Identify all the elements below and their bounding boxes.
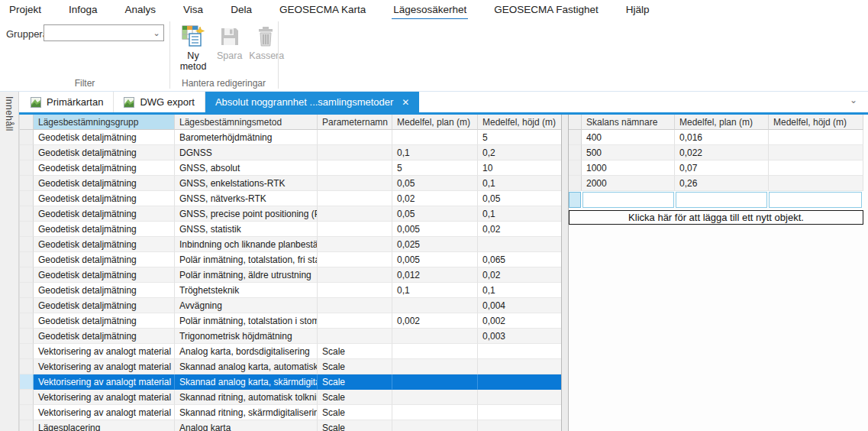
table-cell[interactable]: Geodetisk detaljmätning bbox=[34, 176, 175, 191]
column-header[interactable]: Lägesbestämningsgrupp bbox=[34, 115, 175, 130]
table-cell[interactable]: Geodetisk detaljmätning bbox=[34, 329, 175, 344]
table-cell[interactable]: Vektorisering av analogt material bbox=[34, 359, 175, 374]
row-selector[interactable] bbox=[20, 329, 34, 344]
table-cell[interactable] bbox=[769, 130, 863, 145]
row-selector[interactable] bbox=[20, 344, 34, 359]
table-row[interactable]: Geodetisk detaljmätningTrigonometrisk hö… bbox=[20, 329, 561, 344]
table-cell[interactable] bbox=[318, 191, 392, 206]
table-cell[interactable]: 0,05 bbox=[392, 206, 478, 222]
table-cell[interactable] bbox=[392, 329, 478, 344]
column-header[interactable]: Lägesbestämningsmetod bbox=[175, 115, 318, 130]
table-cell[interactable]: 0,05 bbox=[392, 176, 478, 191]
table-cell[interactable] bbox=[392, 405, 478, 420]
table-cell[interactable]: Skannad analog karta, skärmdigital bbox=[175, 374, 318, 390]
table-cell[interactable]: 0,003 bbox=[478, 329, 561, 344]
table-cell[interactable] bbox=[318, 313, 392, 329]
table-cell[interactable]: 0,1 bbox=[392, 283, 478, 298]
table-cell[interactable]: 0,002 bbox=[392, 313, 478, 329]
table-cell[interactable] bbox=[318, 160, 392, 176]
table-cell[interactable]: 1000 bbox=[582, 160, 675, 176]
chevron-down-icon[interactable]: ⌄ bbox=[150, 25, 163, 41]
table-row[interactable]: LägesplaceringAnalog kartaScale bbox=[20, 420, 561, 431]
table-cell[interactable] bbox=[318, 329, 392, 344]
table-cell[interactable] bbox=[478, 344, 561, 359]
table-row[interactable]: Geodetisk detaljmätningAvvägning0,004 bbox=[20, 298, 561, 313]
table-cell[interactable]: Geodetisk detaljmätning bbox=[34, 283, 175, 298]
table-cell[interactable]: 0,005 bbox=[392, 222, 478, 237]
row-selector[interactable] bbox=[20, 420, 34, 431]
row-selector[interactable] bbox=[20, 252, 34, 267]
table-cell[interactable]: 0,005 bbox=[392, 252, 478, 267]
table-row[interactable]: 20000,26 bbox=[569, 176, 863, 191]
table-row[interactable]: Geodetisk detaljmätningTröghetsteknik0,1… bbox=[20, 283, 561, 298]
row-selector-header[interactable] bbox=[20, 115, 34, 130]
menu-tab-l-gesos-kerhet[interactable]: Lägesosäkerhet bbox=[392, 3, 468, 21]
table-cell[interactable] bbox=[478, 359, 561, 374]
table-cell[interactable]: Geodetisk detaljmätning bbox=[34, 252, 175, 267]
ny-metod-button[interactable]: Ny metod bbox=[174, 21, 212, 74]
menu-tab-projekt[interactable]: Projekt bbox=[8, 3, 43, 18]
row-selector[interactable] bbox=[20, 237, 34, 252]
contents-pane-tab[interactable]: Innehåll bbox=[4, 96, 15, 131]
table-cell[interactable]: 0,016 bbox=[675, 130, 769, 145]
table-cell[interactable]: 400 bbox=[582, 130, 675, 145]
table-cell[interactable]: Vektorisering av analogt material bbox=[34, 344, 175, 359]
table-cell[interactable]: Inbindning och liknande planbestä bbox=[175, 237, 318, 252]
column-header[interactable]: Medelfel, höjd (m) bbox=[769, 115, 863, 130]
table-row[interactable]: Vektorisering av analogt materialSkannad… bbox=[20, 405, 561, 420]
menu-tab-dela[interactable]: Dela bbox=[229, 3, 253, 18]
table-cell[interactable] bbox=[478, 420, 561, 431]
table-cell[interactable]: 0,002 bbox=[478, 313, 561, 329]
table-cell[interactable] bbox=[392, 374, 478, 390]
table-cell[interactable]: Tröghetsteknik bbox=[175, 283, 318, 298]
row-selector[interactable] bbox=[20, 222, 34, 237]
table-row[interactable]: Geodetisk detaljmätningPolär inmätning, … bbox=[20, 267, 561, 283]
menu-tab-infoga[interactable]: Infoga bbox=[67, 3, 99, 18]
table-cell[interactable]: Scale bbox=[318, 405, 392, 420]
table-cell[interactable] bbox=[318, 237, 392, 252]
table-cell[interactable]: 0,02 bbox=[478, 267, 561, 283]
table-cell[interactable]: Scale bbox=[318, 359, 392, 374]
table-cell[interactable] bbox=[318, 298, 392, 313]
table-row[interactable]: Geodetisk detaljmätningPolär inmätning, … bbox=[20, 313, 561, 329]
table-row[interactable]: 5000,022 bbox=[569, 145, 863, 160]
new-row-cell[interactable] bbox=[676, 192, 768, 208]
table-row[interactable]: Geodetisk detaljmätningBarometerhöjdmätn… bbox=[20, 130, 561, 145]
row-selector[interactable] bbox=[20, 191, 34, 206]
table-cell[interactable] bbox=[769, 145, 863, 160]
table-cell[interactable]: Geodetisk detaljmätning bbox=[34, 237, 175, 252]
table-cell[interactable]: Vektorisering av analogt material bbox=[34, 374, 175, 390]
table-cell[interactable]: 0,065 bbox=[478, 252, 561, 267]
row-selector[interactable] bbox=[20, 359, 34, 374]
table-row[interactable]: 10000,07 bbox=[569, 160, 863, 176]
table-cell[interactable] bbox=[318, 176, 392, 191]
row-selector-header[interactable] bbox=[569, 115, 582, 130]
table-row[interactable]: Geodetisk detaljmätningGNSS, precise poi… bbox=[20, 206, 561, 222]
menu-tab-visa[interactable]: Visa bbox=[182, 3, 205, 18]
row-selector[interactable] bbox=[569, 130, 582, 145]
table-row[interactable]: Vektorisering av analogt materialAnalog … bbox=[20, 344, 561, 359]
row-selector[interactable] bbox=[20, 390, 34, 405]
new-row-cell[interactable] bbox=[769, 192, 862, 208]
table-cell[interactable] bbox=[392, 420, 478, 431]
row-selector[interactable] bbox=[20, 206, 34, 222]
add-new-object-button[interactable]: Klicka här för att lägga till ett nytt o… bbox=[569, 210, 863, 225]
table-cell[interactable]: Skannad analog karta, automatisk t bbox=[175, 359, 318, 374]
table-row[interactable]: Geodetisk detaljmätningPolär inmätning, … bbox=[20, 252, 561, 267]
table-cell[interactable]: 0,004 bbox=[478, 298, 561, 313]
table-cell[interactable] bbox=[318, 206, 392, 222]
panel-splitter[interactable] bbox=[561, 115, 569, 431]
spara-button[interactable]: Spara bbox=[215, 21, 244, 63]
table-cell[interactable] bbox=[392, 359, 478, 374]
table-cell[interactable]: Vektorisering av analogt material bbox=[34, 405, 175, 420]
table-cell[interactable]: Vektorisering av analogt material bbox=[34, 390, 175, 405]
close-icon[interactable]: ✕ bbox=[402, 97, 409, 108]
column-header[interactable]: Medelfel, plan (m) bbox=[675, 115, 769, 130]
table-cell[interactable]: Trigonometrisk höjdmätning bbox=[175, 329, 318, 344]
row-selector[interactable] bbox=[20, 145, 34, 160]
table-row[interactable]: Vektorisering av analogt materialSkannad… bbox=[20, 374, 561, 390]
table-cell[interactable] bbox=[392, 298, 478, 313]
table-row[interactable]: 4000,016 bbox=[569, 130, 863, 145]
table-cell[interactable] bbox=[478, 390, 561, 405]
table-row[interactable]: Geodetisk detaljmätningGNSS, nätverks-RT… bbox=[20, 191, 561, 206]
